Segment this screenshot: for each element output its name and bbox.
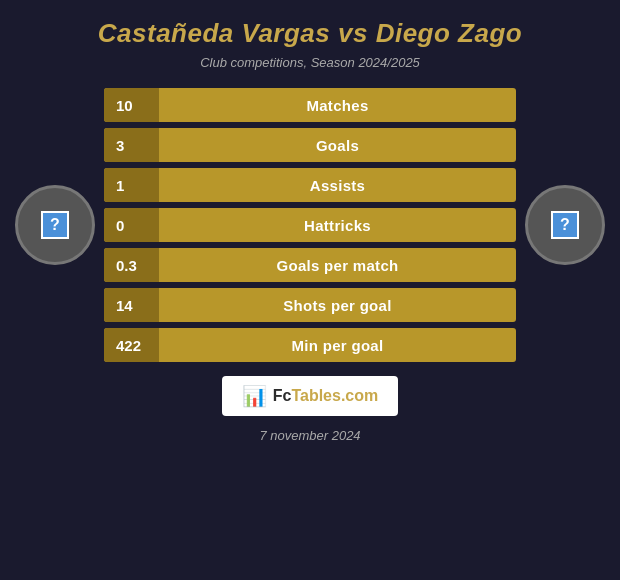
stat-label: Min per goal (159, 337, 516, 354)
stat-label: Assists (159, 177, 516, 194)
stat-label: Hattricks (159, 217, 516, 234)
stat-value: 14 (104, 288, 159, 322)
stat-row: 10Matches (104, 88, 516, 122)
stat-row: 0Hattricks (104, 208, 516, 242)
stats-container: 10Matches3Goals1Assists0Hattricks0.3Goal… (100, 88, 520, 362)
stat-row: 14Shots per goal (104, 288, 516, 322)
subtitle: Club competitions, Season 2024/2025 (20, 55, 600, 70)
stat-row: 0.3Goals per match (104, 248, 516, 282)
player1-avatar: ? (15, 185, 95, 265)
player2-placeholder: ? (551, 211, 579, 239)
stat-value: 0.3 (104, 248, 159, 282)
stat-label: Shots per goal (159, 297, 516, 314)
stat-value: 1 (104, 168, 159, 202)
avatar-left: ? (10, 135, 100, 315)
content-area: ? 10Matches3Goals1Assists0Hattricks0.3Go… (0, 78, 620, 362)
stat-row: 422Min per goal (104, 328, 516, 362)
player1-placeholder: ? (41, 211, 69, 239)
logo-chart-icon: 📊 (242, 384, 267, 408)
date-label: 7 november 2024 (0, 428, 620, 443)
page-title: Castañeda Vargas vs Diego Zago (20, 18, 600, 49)
stat-label: Goals per match (159, 257, 516, 274)
stat-label: Matches (159, 97, 516, 114)
header: Castañeda Vargas vs Diego Zago Club comp… (0, 0, 620, 78)
player2-avatar: ? (525, 185, 605, 265)
logo-text: FcTables.com (273, 387, 379, 405)
logo-section: 📊 FcTables.com (0, 376, 620, 416)
stat-row: 1Assists (104, 168, 516, 202)
stat-value: 422 (104, 328, 159, 362)
stat-value: 3 (104, 128, 159, 162)
stat-value: 10 (104, 88, 159, 122)
avatar-right: ? (520, 135, 610, 315)
stat-label: Goals (159, 137, 516, 154)
stat-value: 0 (104, 208, 159, 242)
logo-box: 📊 FcTables.com (222, 376, 399, 416)
stat-row: 3Goals (104, 128, 516, 162)
